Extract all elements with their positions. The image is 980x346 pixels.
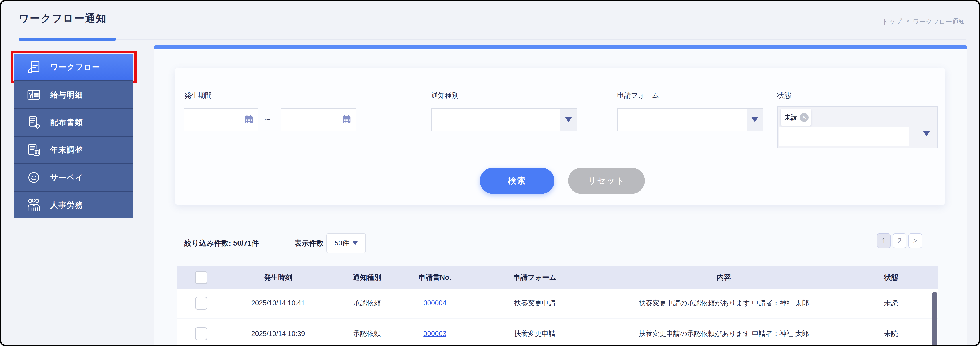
status-multiselect[interactable]: 未読 ✕ [777,106,938,148]
col-status: 状態 [844,273,938,282]
application-form-value [617,108,746,131]
calendar-icon[interactable] [243,114,254,125]
application-form-select[interactable] [617,108,764,131]
cell-content: 扶養変更申請の承認依頼があります 申請者：神社 太郎 [604,298,844,308]
per-page-value: 50件 [335,239,349,248]
hr-labor-icon [26,198,41,212]
cell-content: 扶養変更申請の承認依頼があります 申請者：神社 太郎 [604,329,844,338]
page-title: ワークフロー通知 [19,11,107,26]
svg-text:¥: ¥ [29,92,33,99]
status-tag-label: 未読 [784,113,797,122]
select-all-cell [177,271,226,284]
select-all-checkbox[interactable] [195,271,207,284]
dropdown-arrow-zone[interactable] [746,108,763,131]
payslip-icon: ¥ [26,87,41,102]
page-button-1[interactable]: 1 [877,233,891,248]
notification-type-label: 通知種別 [431,91,459,100]
sidebar-item-year-end-adjustment[interactable]: 年末調整 [14,136,134,163]
table-header-row: 発生時刻 通知種別 申請書No. 申請フォーム 内容 状態 [177,266,938,289]
page-button-2[interactable]: 2 [892,233,907,248]
status-tag-unread: 未読 ✕ [780,109,811,126]
sidebar-item-label: 人事労務 [50,200,83,210]
distributed-documents-icon [26,115,41,130]
dropdown-arrow-zone[interactable] [560,108,577,131]
cell-datetime: 2025/10/14 10:39 [226,330,330,338]
filtered-count: 絞り込み件数: 50/71件 [184,238,259,249]
workflow-icon [26,60,41,75]
sidebar-item-label: 給与明細 [50,89,83,100]
cell-type: 承認依頼 [330,329,404,338]
col-occurred-at: 発生時刻 [226,273,330,282]
search-button[interactable]: 検索 [480,167,554,194]
sidebar-item-survey[interactable]: サーベイ [14,163,134,191]
title-divider [19,39,966,40]
status-label: 状態 [777,91,791,100]
title-accent-underline [19,38,116,41]
sidebar-item-label: ワークフロー [50,62,100,72]
sidebar-item-label: 配布書類 [50,117,83,128]
application-form-label: 申請フォーム [617,91,659,100]
status-input[interactable] [779,127,909,146]
sidebar-item-label: 年末調整 [50,145,83,155]
cell-datetime: 2025/10/14 10:41 [226,299,330,307]
col-application-no: 申請書No. [404,273,466,282]
content-accent-bar [154,45,967,49]
year-end-adjustment-icon [26,142,41,158]
next-page-button[interactable]: > [908,233,922,248]
cell-form: 扶養変更申請 [466,298,604,308]
row-checkbox[interactable] [195,297,207,309]
pagination: 1 2 > [877,233,922,248]
chevron-down-icon [751,117,758,122]
notification-type-value [431,108,560,131]
sidebar-item-workflow[interactable]: ワークフロー [14,54,134,80]
row-checkbox[interactable] [195,327,207,340]
notification-type-select[interactable] [431,108,577,131]
application-no-link[interactable]: 000004 [423,299,446,307]
col-content: 内容 [604,273,844,282]
sidebar-item-payslip[interactable]: ¥ 給与明細 [14,80,134,108]
table-scrollbar[interactable] [932,292,937,346]
period-label: 発生期間 [184,91,212,100]
per-page-select[interactable]: 50件 [326,233,366,253]
cell-status: 未読 [844,329,938,338]
col-notification-type: 通知種別 [330,273,404,282]
breadcrumb-top[interactable]: トップ [882,18,902,26]
cell-status: 未読 [844,298,938,308]
col-application-form: 申請フォーム [466,273,604,282]
sidebar: ワークフロー ¥ 給与明細 [14,54,134,218]
remove-tag-icon[interactable]: ✕ [800,113,808,122]
breadcrumb: トップ > ワークフロー通知 [882,18,965,26]
cell-type: 承認依頼 [330,298,404,308]
breadcrumb-separator-icon: > [905,18,909,26]
calendar-icon[interactable] [342,114,352,125]
sidebar-item-hr-labor[interactable]: 人事労務 [14,191,134,218]
sidebar-item-distributed-documents[interactable]: 配布書類 [14,108,134,136]
period-to-input[interactable] [281,108,356,131]
table-row: 2025/10/14 10:41 承認依頼 000004 扶養変更申請 扶養変更… [177,289,938,317]
chevron-down-icon[interactable] [923,131,930,136]
breadcrumb-current: ワークフロー通知 [913,18,965,26]
period-from-input[interactable] [184,108,258,131]
sidebar-item-label: サーベイ [50,172,84,183]
cell-form: 扶養変更申請 [466,329,604,338]
table-row: 2025/10/14 10:39 承認依頼 000003 扶養変更申請 扶養変更… [177,317,938,346]
notifications-table: 発生時刻 通知種別 申請書No. 申請フォーム 内容 状態 2025/10/14… [177,266,938,346]
workflow-notification-screen: ワークフロー通知 トップ > ワークフロー通知 ワークフロー [0,0,980,346]
period-separator: ~ [264,114,270,125]
filter-panel: 発生期間 通知種別 申請フォーム 状態 [175,68,945,205]
reset-button[interactable]: リセット [568,167,645,194]
application-no-link[interactable]: 000003 [423,330,446,338]
chevron-down-icon [353,241,358,245]
per-page-label: 表示件数 [294,238,324,249]
survey-icon [26,170,41,185]
chevron-down-icon [565,117,572,122]
